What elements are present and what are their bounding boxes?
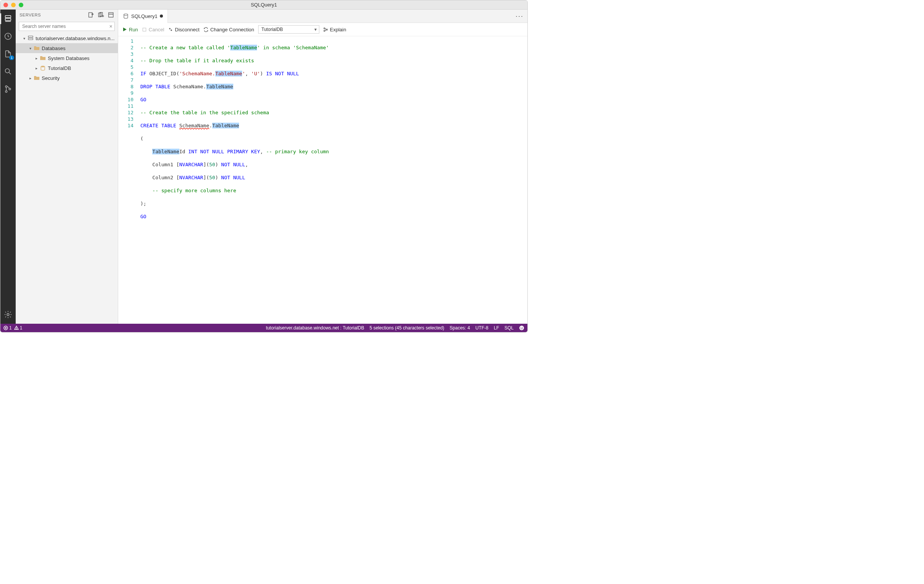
svg-point-35	[16, 329, 16, 329]
status-feedback-icon[interactable]	[519, 325, 524, 331]
explorer-activity-icon[interactable]: 1	[3, 49, 13, 59]
clear-search-icon[interactable]: ×	[109, 23, 112, 30]
svg-rect-1	[5, 18, 11, 21]
svg-line-5	[9, 72, 11, 74]
database-select-value: TutorialDB	[262, 27, 283, 32]
chevron-down-icon: ▾	[27, 46, 33, 51]
explain-button[interactable]: Explain	[323, 27, 346, 33]
status-warnings[interactable]: 1	[14, 325, 23, 331]
query-toolbar: Run Cancel Disconnect Change Connection …	[118, 23, 527, 36]
chevron-right-icon: ▸	[33, 56, 40, 60]
server-search-input[interactable]	[19, 22, 115, 31]
task-history-activity-icon[interactable]	[3, 31, 13, 42]
play-icon	[122, 27, 127, 32]
tab-sqlquery1[interactable]: SQLQuery1	[118, 10, 168, 23]
database-icon	[40, 64, 46, 71]
server-tree: ▾ tutorialserver.database.windows.n... ▾…	[16, 33, 118, 324]
status-errors[interactable]: 1	[3, 325, 12, 331]
editor-more-actions[interactable]: ···	[512, 12, 527, 20]
change-connection-button[interactable]: Change Connection	[203, 27, 254, 33]
server-icon	[27, 35, 34, 42]
explorer-badge: 1	[9, 56, 14, 60]
window-title: SQLQuery1	[251, 2, 277, 8]
status-connection[interactable]: tutorialserver.database.windows.net : Tu…	[266, 325, 364, 331]
editor-tabs: SQLQuery1 ···	[118, 10, 527, 23]
database-select[interactable]: TutorialDB	[258, 25, 319, 34]
svg-rect-24	[143, 28, 146, 31]
security-label: Security	[42, 75, 59, 81]
new-group-icon[interactable]	[98, 12, 104, 18]
chevron-down-icon: ▾	[21, 36, 27, 41]
svg-rect-17	[109, 13, 113, 17]
system-databases-node[interactable]: ▸ System Databases	[16, 53, 118, 63]
error-icon	[3, 326, 8, 330]
svg-point-25	[324, 28, 325, 29]
sidebar: SERVERS × ▾ tutorialserver.database.wind…	[16, 10, 118, 324]
svg-point-21	[41, 66, 45, 67]
server-label: tutorialserver.database.windows.n...	[36, 36, 115, 41]
activity-bar: 1	[0, 10, 16, 324]
status-spaces[interactable]: Spaces: 4	[450, 325, 470, 331]
code-editor[interactable]: 1234567891011121314 -- Create a new tabl…	[118, 36, 527, 324]
window-zoom-button[interactable]	[19, 3, 23, 7]
svg-rect-19	[28, 36, 33, 38]
status-encoding[interactable]: UTF-8	[475, 325, 488, 331]
svg-rect-20	[28, 38, 33, 40]
svg-rect-10	[89, 13, 92, 17]
search-activity-icon[interactable]	[3, 66, 13, 77]
chevron-right-icon: ▸	[33, 66, 40, 70]
titlebar: SQLQuery1	[0, 0, 527, 10]
status-selections[interactable]: 5 selections (45 characters selected)	[370, 325, 444, 331]
stop-icon	[142, 27, 147, 32]
svg-point-38	[522, 327, 523, 328]
disconnect-icon	[168, 27, 173, 32]
svg-rect-0	[5, 16, 11, 18]
svg-point-36	[520, 326, 524, 330]
window-close-button[interactable]	[3, 3, 8, 7]
settings-activity-icon[interactable]	[3, 309, 13, 320]
svg-point-8	[9, 88, 11, 90]
show-connections-icon[interactable]	[108, 12, 114, 18]
server-search: ×	[19, 22, 115, 31]
code-content[interactable]: -- Create a new table called 'TableName'…	[137, 36, 527, 324]
svg-point-7	[5, 90, 7, 92]
svg-point-4	[5, 69, 10, 73]
cancel-button: Cancel	[142, 27, 164, 33]
tab-label: SQLQuery1	[131, 13, 158, 19]
change-connection-icon	[203, 27, 209, 32]
svg-line-29	[325, 30, 326, 31]
svg-point-37	[520, 327, 521, 328]
svg-point-6	[5, 86, 7, 87]
disconnect-button[interactable]: Disconnect	[168, 27, 199, 33]
databases-label: Databases	[42, 46, 65, 51]
security-node[interactable]: ▸ Security	[16, 73, 118, 83]
sql-file-icon	[123, 13, 129, 19]
editor-area: SQLQuery1 ··· Run Cancel Disconnect	[118, 10, 527, 324]
server-node[interactable]: ▾ tutorialserver.database.windows.n...	[16, 33, 118, 43]
status-language[interactable]: SQL	[505, 325, 514, 331]
line-numbers: 1234567891011121314	[118, 36, 137, 324]
system-databases-label: System Databases	[48, 56, 89, 61]
folder-icon	[40, 55, 46, 61]
svg-marker-23	[123, 28, 127, 31]
run-button[interactable]: Run	[122, 27, 138, 33]
svg-point-9	[7, 313, 9, 316]
databases-node[interactable]: ▾ Databases	[16, 43, 118, 53]
folder-icon	[33, 74, 40, 81]
chevron-right-icon: ▸	[27, 76, 33, 80]
dirty-indicator-icon	[160, 15, 163, 18]
window-minimize-button[interactable]	[11, 3, 16, 7]
tutorialdb-node[interactable]: ▸ TutorialDB	[16, 63, 118, 73]
explain-icon	[323, 27, 328, 32]
sidebar-title: SERVERS	[20, 13, 41, 17]
status-eol[interactable]: LF	[494, 325, 499, 331]
svg-line-28	[325, 28, 326, 29]
sidebar-header: SERVERS	[16, 10, 118, 20]
new-connection-icon[interactable]	[88, 12, 94, 18]
warning-icon	[14, 326, 19, 330]
svg-point-27	[324, 30, 325, 31]
servers-activity-icon[interactable]	[3, 13, 13, 24]
source-control-activity-icon[interactable]	[3, 84, 13, 94]
status-bar: 1 1 tutorialserver.database.windows.net …	[0, 324, 527, 332]
svg-point-22	[124, 14, 128, 15]
